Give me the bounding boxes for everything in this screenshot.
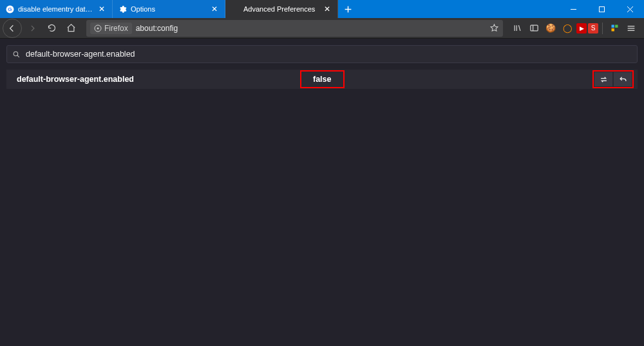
app-menu-icon[interactable] <box>623 21 639 36</box>
svg-rect-16 <box>615 25 618 28</box>
toggle-arrows-icon <box>599 75 609 84</box>
maximize-button[interactable] <box>587 0 616 18</box>
ext-3-icon[interactable]: ▶ <box>576 23 587 34</box>
sidebar-icon[interactable] <box>526 21 542 36</box>
svg-point-9 <box>97 27 99 29</box>
identity-box[interactable]: Firefox <box>90 23 132 34</box>
tab-1-label: disable elementry data in firefox <box>18 5 93 13</box>
back-button[interactable] <box>3 19 22 38</box>
tab-3-active[interactable]: Advanced Preferences ✕ <box>225 0 338 18</box>
identity-label: Firefox <box>104 24 128 33</box>
new-tab-button[interactable] <box>338 0 357 18</box>
pref-row: default-browser-agent.enabled false <box>6 70 638 89</box>
svg-line-12 <box>518 25 520 31</box>
about-config-content: default-browser-agent.enabled default-br… <box>0 39 644 89</box>
url-text: about:config <box>136 24 486 33</box>
svg-rect-17 <box>611 28 614 31</box>
svg-rect-15 <box>611 25 614 28</box>
ext-2-icon[interactable]: ◯ <box>560 21 575 36</box>
firefox-icon <box>94 24 102 32</box>
close-window-button[interactable] <box>616 0 644 18</box>
toggle-pref-button[interactable] <box>594 72 612 86</box>
tab-3-label: Advanced Preferences <box>243 5 318 13</box>
no-favicon <box>231 5 240 14</box>
titlebar: G disable elementry data in firefox ✕ Op… <box>0 0 644 18</box>
window-controls <box>559 0 644 18</box>
toolbar-separator <box>602 23 603 34</box>
minimize-button[interactable] <box>559 0 587 18</box>
pref-name: default-browser-agent.enabled <box>6 75 294 84</box>
svg-point-21 <box>14 52 18 56</box>
tab-2-label: Options <box>131 5 205 13</box>
ext-4-icon[interactable]: S <box>588 23 598 34</box>
tab-2-close-icon[interactable]: ✕ <box>209 4 220 14</box>
home-button[interactable] <box>62 19 80 37</box>
svg-rect-5 <box>599 6 604 12</box>
reload-button[interactable] <box>43 19 61 37</box>
reset-pref-button[interactable] <box>614 72 632 86</box>
undo-icon <box>618 75 628 84</box>
pref-actions-highlight <box>592 70 634 88</box>
pref-value: false <box>313 75 332 84</box>
search-icon <box>12 50 21 59</box>
url-bar[interactable]: Firefox about:config <box>86 20 503 37</box>
svg-text:G: G <box>8 6 12 12</box>
pref-value-highlight: false <box>300 70 345 88</box>
svg-line-22 <box>17 55 19 57</box>
forward-button[interactable] <box>23 19 41 37</box>
gear-icon <box>118 5 127 14</box>
tab-1[interactable]: G disable elementry data in firefox ✕ <box>0 0 113 18</box>
config-search-box[interactable]: default-browser-agent.enabled <box>6 45 638 63</box>
ext-1-icon[interactable]: 🍪 <box>543 21 558 36</box>
bookmark-star-icon[interactable] <box>489 23 499 33</box>
config-search-value: default-browser-agent.enabled <box>26 50 632 59</box>
tab-3-close-icon[interactable]: ✕ <box>322 4 332 14</box>
tab-2[interactable]: Options ✕ <box>113 0 225 18</box>
google-favicon: G <box>5 5 14 14</box>
svg-rect-13 <box>530 25 537 31</box>
toolbar-right-actions: 🍪 ◯ ▶ S <box>509 21 641 36</box>
tab-1-close-icon[interactable]: ✕ <box>97 4 107 14</box>
addons-icon[interactable] <box>607 21 622 36</box>
library-icon[interactable] <box>509 21 525 36</box>
nav-toolbar: Firefox about:config 🍪 ◯ ▶ S <box>0 18 644 39</box>
